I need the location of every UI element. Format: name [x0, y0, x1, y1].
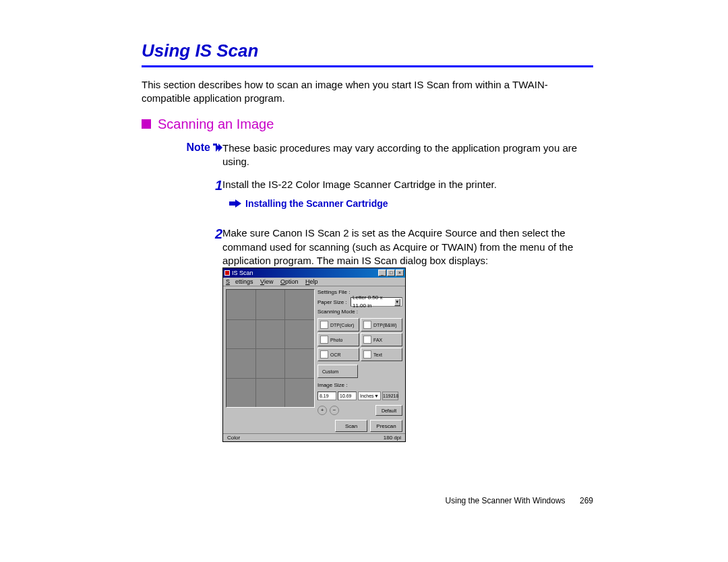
- page-footer: Using the Scanner With Windows 269: [446, 496, 593, 505]
- zoom-out-icon[interactable]: −: [330, 406, 339, 415]
- dialog-titlebar: IS Scan _ □ ×: [223, 268, 405, 278]
- subheading: Scanning an Image: [158, 117, 274, 132]
- maximize-button[interactable]: □: [387, 270, 395, 276]
- image-size-label: Image Size :: [317, 382, 402, 388]
- menu-view[interactable]: View: [260, 278, 273, 285]
- link-text: Installing the Scanner Cartridge: [245, 198, 388, 209]
- mode-photo[interactable]: Photo: [317, 333, 359, 346]
- paper-size-combo[interactable]: Letter 8.50 x 11.00 in▼: [351, 297, 402, 307]
- default-button[interactable]: Default: [375, 405, 402, 416]
- title-rule: [142, 65, 593, 67]
- note-label: Note: [186, 142, 222, 154]
- ratio-display: 119218: [382, 392, 398, 400]
- document-page: Using IS Scan This section describes how…: [0, 0, 728, 562]
- note-arrow-icon: [213, 144, 222, 152]
- prescan-button[interactable]: Prescan: [370, 420, 402, 432]
- image-width-field[interactable]: 8.19: [317, 392, 336, 400]
- menu-settings[interactable]: Settings: [226, 278, 253, 285]
- units-combo[interactable]: Inches▼: [358, 392, 381, 400]
- link-arrow-icon: [229, 199, 241, 208]
- minimize-button[interactable]: _: [378, 270, 386, 276]
- svg-marker-4: [235, 199, 241, 208]
- close-button[interactable]: ×: [396, 270, 404, 276]
- status-bar: Color 180 dpi: [223, 433, 405, 441]
- app-icon: [224, 270, 230, 276]
- is-scan-dialog: IS Scan _ □ × Settings View Option Help: [222, 268, 406, 442]
- bullet-square-icon: [142, 119, 151, 129]
- status-color: Color: [227, 435, 240, 441]
- content-table: Note These basic procedures may vary acc…: [142, 142, 593, 443]
- scan-button[interactable]: Scan: [335, 420, 367, 432]
- step-2-number: 2: [215, 226, 222, 241]
- note-text: These basic procedures may vary accordin…: [222, 142, 593, 179]
- menu-bar: Settings View Option Help: [223, 278, 405, 286]
- subheading-row: Scanning an Image: [142, 117, 593, 132]
- paper-size-label: Paper Size :: [317, 299, 348, 305]
- step-1-number: 1: [215, 178, 222, 193]
- mode-dtp-bw[interactable]: DTP(B&W): [361, 318, 402, 332]
- svg-rect-3: [229, 201, 235, 206]
- mode-text[interactable]: Text: [361, 348, 402, 361]
- dialog-title: IS Scan: [232, 270, 253, 276]
- preview-area[interactable]: [226, 289, 315, 408]
- mode-fax[interactable]: FAX: [361, 333, 402, 346]
- status-dpi: 180 dpi: [384, 435, 401, 441]
- zoom-in-icon[interactable]: +: [317, 406, 327, 415]
- image-height-field[interactable]: 10.69: [338, 392, 357, 400]
- mode-dtp-color[interactable]: DTP(Color): [317, 318, 359, 332]
- menu-option[interactable]: Option: [280, 278, 299, 285]
- page-title: Using IS Scan: [142, 40, 593, 61]
- mode-custom[interactable]: Custom: [317, 365, 358, 378]
- scanning-mode-label: Scanning Mode :: [317, 309, 402, 315]
- page-number: 269: [580, 496, 593, 505]
- cross-reference-link[interactable]: Installing the Scanner Cartridge: [229, 198, 593, 209]
- step-1-text: Install the IS-22 Color Image Scanner Ca…: [222, 178, 593, 191]
- footer-chapter: Using the Scanner With Windows: [446, 496, 566, 505]
- menu-help[interactable]: Help: [305, 278, 318, 285]
- step-2-text: Make sure Canon IS Scan 2 is set as the …: [222, 226, 593, 268]
- intro-paragraph: This section describes how to scan an im…: [142, 78, 593, 106]
- mode-ocr[interactable]: OCR: [317, 348, 359, 361]
